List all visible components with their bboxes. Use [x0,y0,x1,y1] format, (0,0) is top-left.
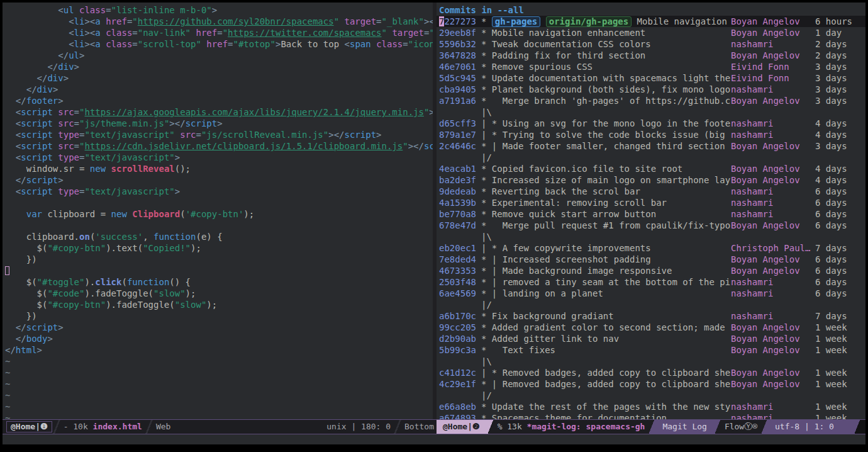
commit-row[interactable]: 879a1e7| * Trying to solve the code bloc… [437,129,865,140]
code-line[interactable]: </html> [5,344,433,356]
commit-row[interactable]: 5d5c945* Update documentation with space… [437,72,865,84]
commit-hash: c41d12c [439,367,476,378]
remote-branch-label[interactable]: origin/gh-pages [546,16,632,27]
code-line[interactable]: <li><a class="scroll-top" href="#totop">… [5,38,433,50]
commit-row[interactable]: e66a8eb* Update the rest of the pages wi… [437,401,865,412]
commit-time: 6 days [815,288,847,299]
commit-row[interactable]: 6ae4569* | landing on a planetnashamri6 … [437,288,865,299]
commit-row[interactable]: a6b170c* Fix background gradiantnashamri… [437,310,865,322]
code-line[interactable]: </div> [5,61,433,72]
empty-line: ~ [5,356,433,367]
code-line[interactable]: <ul class="list-inline m-b-0"> [5,4,433,16]
commit-row[interactable]: 2503f48* | removed a tiny seam at the bo… [437,276,865,288]
commit-hash: 99cc205 [439,322,476,333]
local-branch-label[interactable]: gh-pages [492,16,540,27]
commit-row[interactable]: 4673353* | Made background image respons… [437,265,865,276]
commit-row[interactable]: d65cff3| * Using an svg for the mono log… [437,118,865,129]
code-line[interactable]: </script> [5,322,433,333]
code-line[interactable]: </div> [5,84,433,95]
code-line[interactable]: <script type="text/javascript"> [5,186,433,197]
graph-row[interactable]: |/ [437,299,865,310]
code-line[interactable]: <script src="https://cdn.jsdelivr.net/cl… [5,140,433,152]
commit-hash: 7e8ded4 [439,254,476,265]
code-line[interactable] [5,197,433,208]
commit-row[interactable]: 4eacab1* Copied favicon.ico file to site… [437,163,865,174]
commit-hash: 4eacab1 [439,163,476,174]
commit-row[interactable]: 4a1539b* Experimental: removing scroll b… [437,197,865,208]
commit-row[interactable]: 7e8ded4* | Increased screenshot paddingB… [437,254,865,265]
commit-author: nashamri [731,129,814,140]
code-line[interactable]: <li><a class="nav-link" href="https://tw… [5,27,433,38]
commit-row[interactable]: 9dedeab* Reverting back the scrol barnas… [437,186,865,197]
commit-author: nashamri [731,401,814,412]
code-line[interactable]: $("#copy-btn").fadeToggle("slow"); [5,299,433,310]
code-line[interactable]: </div> [5,72,433,84]
editor-windows: <ul class="list-inline m-b-0"> <li><a hr… [3,3,865,419]
code-line[interactable]: var clipboard = new Clipboard('#copy-btn… [5,208,433,220]
code-line[interactable]: }) [5,310,433,322]
buffer-name: index.html [93,422,142,431]
commit-hash: 4c29e1f [439,378,476,390]
graph-row[interactable]: |\ [437,356,865,367]
code-line[interactable] [5,220,433,231]
code-area: <ul class="list-inline m-b-0"> <li><a hr… [5,4,433,356]
code-line[interactable]: <script type="text/javascript"> [5,152,433,163]
commit-row[interactable]: 4c29e1f* | Removed badges, added copy to… [437,378,865,390]
graph-row[interactable]: |\ [437,231,865,242]
code-line[interactable]: <script src="https://ajax.googleapis.com… [5,106,433,118]
graph-row[interactable]: |/ [437,390,865,401]
commit-row[interactable]: eb20ec1| * A few copywrite improvementsC… [437,242,865,254]
commit-hash: 6ae4569 [439,288,476,299]
commit-row[interactable]: 5596b32* Tweak documentation CSS colorsn… [437,38,865,50]
commit-graph-message: * | Made footer smaller, changed third s… [481,140,731,152]
code-line[interactable]: clipboard.on('success', function(e) { [5,231,433,242]
code-line[interactable]: </body> [5,333,433,344]
commit-row[interactable]: 99cc205* Added gradient color to second … [437,322,865,333]
commit-time: 6 days [815,220,847,231]
powerline-separator-icon [760,420,769,434]
commit-row[interactable]: be770a8* Remove quick start arrow button… [437,208,865,220]
commit-time: 6 hours [815,16,852,27]
commit-row[interactable]: 678e47d* Merge pull request #1 from cpau… [437,220,865,231]
commit-graph-message: |\ [481,106,731,118]
code-line[interactable]: $("#toggle").click(function() { [5,276,433,288]
commit-author: Eivind Fonn [731,72,814,84]
code-line[interactable]: </ul> [5,50,433,61]
code-line[interactable]: window.sr = new scrollReveal(); [5,163,433,174]
commit-row[interactable]: 3647828* Padding fix for third sectionBo… [437,50,865,61]
code-line[interactable]: }) [5,254,433,265]
commit-row[interactable]: 2c4646c* | Made footer smaller, changed … [437,140,865,152]
code-line[interactable]: <script src="js/theme.min.js"></script> [5,118,433,129]
code-line[interactable]: <li><a href="https://github.com/syl20bnr… [5,16,433,27]
commit-hash: 678e47d [439,220,476,231]
commit-row[interactable]: a674893* Spacemacs theme for documentati… [437,412,865,419]
minor-modes: FlowⓎ® [722,420,760,434]
echo-area[interactable] [3,434,865,444]
commit-row[interactable]: 46e7061* Remove spurious CSSEivind Fonn3… [437,61,865,72]
commit-row[interactable]: 7227273* gh-pages origin/gh-pages Mobile… [437,16,865,27]
code-line[interactable] [5,265,433,276]
commit-row[interactable]: c41d12c| * Removed badges, added copy to… [437,367,865,378]
commit-row[interactable]: ba2de3f* Increased size of main logo on … [437,174,865,186]
commit-time: 3 days [815,72,847,84]
commit-graph-message: |\ [481,356,731,367]
code-window[interactable]: <ul class="list-inline m-b-0"> <li><a hr… [3,3,433,419]
buffer-info: - 10k index.html [61,420,145,434]
graph-row[interactable]: |/ [437,152,865,163]
commit-author: Boyan Angelov [731,333,814,344]
code-line[interactable]: <script type="text/javascript" src="js/s… [5,129,433,140]
commit-author: nashamri [731,84,814,95]
commit-row[interactable]: 5b99c3a* Text fixesBoyan Angelov1 week [437,344,865,356]
code-line[interactable]: $("#code").fadeToggle("slow"); [5,288,433,299]
commit-row[interactable]: d2b90ab* Added gitter link to navBoyan A… [437,333,865,344]
commit-row[interactable]: a7191a6* Merge branch 'gh-pages' of http… [437,95,865,106]
magit-log-window[interactable]: Commits in --all 7227273* gh-pages origi… [437,3,865,419]
commit-time: 1 day [815,27,842,38]
code-line[interactable]: </script> [5,174,433,186]
code-line[interactable]: </footer> [5,95,433,106]
code-line[interactable]: $("#copy-btn").text("Copied!"); [5,242,433,254]
graph-row[interactable]: |\ [437,106,865,118]
commit-row[interactable]: cba9405* Planet background (both sides),… [437,84,865,95]
commit-row[interactable]: 29eeb8f* Mobile navigation enhancementBo… [437,27,865,38]
commit-hash: eb20ec1 [439,242,476,254]
